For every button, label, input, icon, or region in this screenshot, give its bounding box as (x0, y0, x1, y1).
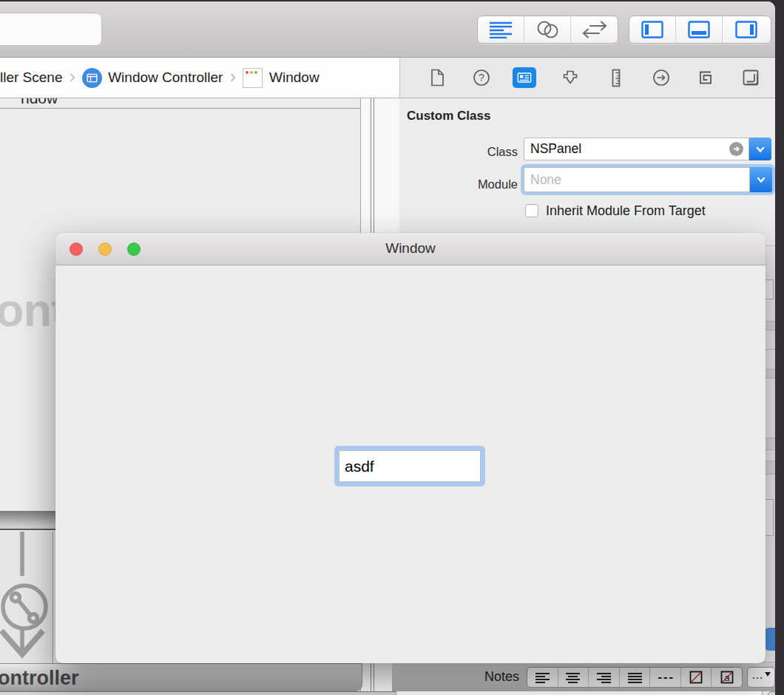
text-field (339, 450, 481, 482)
breadcrumb-separator: › (63, 65, 83, 91)
class-label: Class (444, 145, 518, 159)
tab-connections-inspector[interactable] (649, 66, 674, 89)
align-left-icon (535, 672, 550, 683)
no-font-button[interactable]: a (712, 668, 742, 687)
identity-inspector-icon (515, 69, 534, 87)
class-dropdown-button[interactable] (749, 138, 771, 160)
align-right-icon (597, 672, 611, 683)
no-fill-icon (689, 671, 703, 684)
tab-attributes-inspector[interactable] (558, 66, 583, 89)
utilities-panel-button[interactable] (723, 16, 769, 43)
module-dropdown-button[interactable] (750, 167, 772, 192)
no-fill-button[interactable] (681, 668, 712, 687)
storyboard-entry-arrow-icon (0, 532, 53, 665)
module-field (524, 167, 750, 192)
class-field (524, 138, 749, 160)
attributes-inspector-icon (561, 69, 579, 87)
debug-area-icon (688, 21, 710, 38)
align-center-button[interactable] (558, 668, 589, 687)
module-field-focus-ring (521, 164, 775, 195)
quick-help-icon: ? (473, 69, 490, 87)
panel-toggle-control (629, 16, 771, 44)
scene-title-bar[interactable]: ontroller (0, 663, 362, 691)
ellipsis-icon: … (751, 671, 763, 684)
align-right-button[interactable] (589, 668, 620, 687)
breadcrumb: ller Scene › Window Controller › Windo (0, 58, 399, 98)
tab-file-inspector[interactable] (425, 66, 450, 89)
tab-quick-help[interactable]: ? (469, 66, 494, 89)
standard-editor-icon (489, 21, 513, 38)
panel-window-title: Window (55, 240, 766, 257)
class-input[interactable] (524, 138, 748, 160)
align-justify-button[interactable] (620, 668, 651, 687)
connections-inspector-icon (652, 69, 670, 87)
text-field-input[interactable] (339, 451, 480, 481)
svg-text:?: ? (479, 72, 484, 84)
inspector-field-edge (765, 279, 774, 299)
dashes-button[interactable] (650, 668, 681, 687)
version-editor-icon (581, 21, 608, 38)
assistant-editor-icon (535, 20, 559, 39)
xcode-window: ller Scene › Window Controller › Windo (0, 1, 775, 695)
window-controller-icon (82, 68, 102, 88)
module-input[interactable] (524, 168, 749, 191)
panel-title-bar[interactable]: Window (55, 233, 766, 265)
tab-identity-inspector[interactable] (513, 67, 536, 88)
notes-more-button[interactable]: … (747, 667, 775, 688)
dropdown-triangle-icon (765, 672, 771, 677)
notes-toolbar: Notes (392, 662, 775, 691)
toolbar (0, 1, 775, 58)
notes-label: Notes (473, 669, 519, 685)
jump-to-class-icon[interactable] (729, 142, 743, 156)
view-effects-inspector-icon (742, 69, 760, 87)
custom-class-section-title: Custom Class (407, 109, 490, 123)
design-panel-window[interactable]: Window (55, 233, 766, 663)
scene-title-fragment: ontroller (0, 667, 79, 690)
debug-area-button[interactable] (676, 16, 723, 43)
module-label: Module (444, 177, 518, 191)
dashes-icon (658, 672, 673, 683)
utilities-panel-icon (735, 21, 757, 38)
canvas-bottom-strip (0, 691, 399, 695)
window-document-icon (243, 68, 263, 88)
version-editor-button[interactable] (571, 16, 618, 43)
jump-bar-row: ller Scene › Window Controller › Windo (0, 58, 775, 98)
text-field-selection-ring (334, 446, 485, 486)
navigator-panel-icon (641, 21, 663, 38)
tab-view-effects-inspector[interactable] (738, 66, 763, 89)
align-left-button[interactable] (527, 668, 558, 687)
align-center-icon (566, 672, 580, 683)
background-window-title-fragment: ndow (21, 98, 87, 106)
breadcrumb-item-scene[interactable]: ller Scene (0, 70, 63, 86)
standard-editor-button[interactable] (478, 16, 524, 43)
inspector-field-edge (765, 499, 774, 536)
breadcrumb-separator: › (223, 65, 243, 91)
inspector-tab-bar: ? (399, 58, 775, 98)
size-inspector-icon (609, 69, 624, 87)
tab-size-inspector[interactable] (604, 66, 629, 89)
file-inspector-icon (430, 69, 445, 87)
inherit-module-checkbox[interactable] (525, 204, 538, 217)
tab-bindings-inspector[interactable] (693, 66, 718, 89)
notes-format-control: a (527, 667, 743, 688)
breadcrumb-item-window[interactable]: Window (269, 70, 320, 86)
chevron-down-icon (756, 175, 766, 184)
editor-mode-control (477, 16, 618, 44)
navigator-panel-button[interactable] (629, 16, 676, 43)
no-font-icon: a (720, 671, 734, 684)
inherit-module-label: Inherit Module From Target (546, 203, 706, 219)
align-justify-icon (628, 672, 642, 683)
chevron-down-icon (755, 145, 766, 154)
bindings-inspector-icon (697, 69, 714, 87)
assistant-editor-button[interactable] (524, 16, 571, 43)
toolbar-activity-area (0, 13, 102, 46)
breadcrumb-item-window-controller[interactable]: Window Controller (108, 70, 223, 86)
screenshot-root: ller Scene › Window Controller › Windo (0, 0, 784, 695)
background-window-titlebar-border (0, 108, 360, 109)
